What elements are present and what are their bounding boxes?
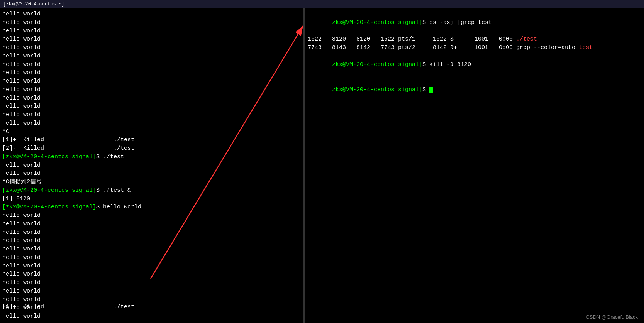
terminal-line: hello world [2, 69, 301, 77]
user-host-final: [zkx@VM-20-4-centos signal] [329, 86, 422, 93]
kill-command: $ kill -9 8120 [422, 61, 471, 68]
prompt-with-output: [zkx@VM-20-4-centos signal]$ hello world [2, 203, 301, 211]
user-host: [zkx@VM-20-4-centos signal] [2, 154, 96, 160]
main-container: hello world hello world hello world hell… [0, 8, 644, 323]
terminal-line: hello world [2, 27, 301, 36]
terminal-line: hello world [2, 237, 301, 245]
terminal-line: hello world [2, 10, 301, 19]
ps-test-red-1: ./test [516, 36, 537, 42]
dollar-sign: $ ./test & [96, 187, 131, 194]
terminal-line: hello world [2, 44, 301, 52]
killed-line-2: [2]- Killed ./test [2, 144, 301, 153]
terminal-line: hello world [2, 211, 301, 220]
killed-line-1: [1]+ Killed ./test [2, 136, 301, 144]
terminal-line: hello world [2, 296, 301, 304]
terminal-line: hello world [2, 19, 301, 27]
terminal-line: hello world [2, 94, 301, 103]
user-host-right: [zkx@VM-20-4-centos signal] [329, 19, 422, 26]
ps-row-2: 7743 8143 8142 7743 pts/2 8142 R+ 1001 0… [308, 44, 642, 52]
ctrl-c-line: ^C [2, 128, 301, 136]
dollar-sign: $ hello world [96, 204, 141, 210]
terminal-line: hello world [2, 287, 301, 296]
terminal-line: hello world [2, 312, 301, 321]
terminal-line: hello world [2, 262, 301, 271]
terminal-line: hello world [2, 119, 301, 128]
terminal-line: hello world [2, 61, 301, 69]
prompt-run-test-bg: [zkx@VM-20-4-centos signal]$ ./test & [2, 186, 301, 195]
terminal-line: hello world [2, 102, 301, 111]
terminal-line: hello world [2, 228, 301, 237]
left-terminal-panel[interactable]: hello world hello world hello world hell… [0, 8, 303, 323]
ps-test-red-2: test [579, 44, 593, 51]
ps-command: $ ps -axj |grep test [422, 19, 492, 26]
terminal-line: hello world [2, 270, 301, 279]
title-bar-text: [zkx@VM-20-4-centos ~] [3, 2, 64, 7]
title-bar: [zkx@VM-20-4-centos ~] [0, 0, 644, 8]
terminal-line: hello world [2, 52, 301, 61]
prompt-run-test: [zkx@VM-20-4-centos signal]$ ./test [2, 153, 301, 161]
terminal-line: hello world [2, 169, 301, 178]
terminal-line: hello world [2, 245, 301, 254]
bottom-killed-line: [1]+ Killed ./test [2, 303, 134, 311]
terminal-line: hello world [2, 161, 301, 170]
terminal-line: hello world [2, 86, 301, 94]
ps-command-prompt: [zkx@VM-20-4-centos signal]$ ps -axj |gr… [308, 10, 642, 35]
ps-row-1: 1522 8120 8120 1522 pts/1 1522 S 1001 0:… [308, 35, 642, 44]
final-prompt: [zkx@VM-20-4-centos signal]$ [308, 77, 642, 102]
user-host-kill: [zkx@VM-20-4-centos signal] [329, 61, 422, 68]
terminal-line: hello world [2, 111, 301, 119]
job-pid-line: [1] 8120 [2, 195, 301, 203]
final-dollar: $ [422, 86, 429, 93]
right-terminal-panel[interactable]: [zkx@VM-20-4-centos signal]$ ps -axj |gr… [305, 8, 644, 323]
terminal-line: hello world [2, 77, 301, 86]
user-host: [zkx@VM-20-4-centos signal] [2, 187, 96, 194]
terminal-line: hello world [2, 254, 301, 262]
user-host: [zkx@VM-20-4-centos signal] [2, 204, 96, 210]
kill-command-prompt: [zkx@VM-20-4-centos signal]$ kill -9 812… [308, 52, 642, 77]
terminal-line: hello world [2, 35, 301, 44]
dollar-sign: $ ./test [96, 154, 124, 160]
watermark: CSDN @GracefulBlack [586, 314, 638, 320]
terminal-line: hello world [2, 220, 301, 228]
ctrl-c-signal: ^C捕捉到2信号 [2, 178, 301, 186]
terminal-cursor [429, 87, 433, 93]
terminal-line: hello world [2, 279, 301, 287]
